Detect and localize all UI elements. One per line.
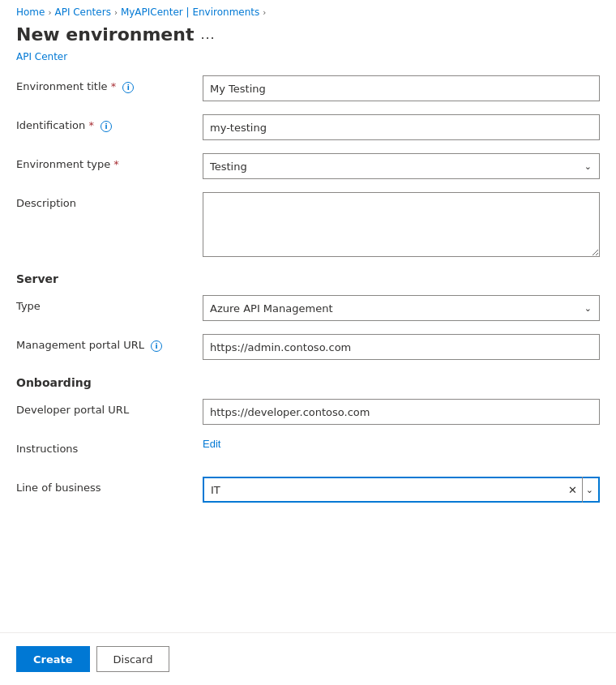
management-portal-url-label: Management portal URL i [16, 334, 203, 352]
line-of-business-wrapper: ✕ ⌄ [203, 477, 600, 503]
line-of-business-control: ✕ ⌄ [203, 477, 600, 503]
environment-type-row: Environment type * Testing Development S… [16, 153, 600, 179]
breadcrumb-chevron-1: › [48, 8, 51, 17]
environment-type-select[interactable]: Testing Development Staging Production [203, 153, 600, 179]
environment-type-select-wrapper: Testing Development Staging Production ⌄ [203, 153, 600, 179]
page-title: New environment [16, 24, 194, 45]
lob-clear-icon[interactable]: ✕ [563, 484, 582, 496]
identification-control [203, 114, 600, 140]
identification-label: Identification * i [16, 114, 203, 132]
identification-row: Identification * i [16, 114, 600, 140]
page-subtitle: API Center [0, 51, 616, 75]
environment-title-control [203, 75, 600, 101]
more-options-button[interactable]: ... [200, 27, 215, 42]
environment-type-control: Testing Development Staging Production ⌄ [203, 153, 600, 179]
lob-icons: ✕ ⌄ [563, 477, 600, 503]
developer-portal-url-input[interactable] [203, 399, 600, 425]
line-of-business-label: Line of business [16, 477, 203, 494]
create-button[interactable]: Create [16, 646, 90, 672]
breadcrumb: Home › API Centers › MyAPICenter | Envir… [0, 0, 616, 21]
breadcrumb-home[interactable]: Home [16, 6, 45, 18]
breadcrumb-chevron-3: › [263, 8, 266, 17]
discard-button[interactable]: Discard [96, 646, 170, 672]
management-portal-url-input[interactable] [203, 334, 600, 360]
server-type-select-wrapper: Azure API Management Other ⌄ [203, 295, 600, 321]
instructions-control: Edit [203, 438, 600, 450]
breadcrumb-chevron-2: › [114, 8, 118, 17]
developer-portal-url-label: Developer portal URL [16, 399, 203, 416]
footer: Create Discard [0, 633, 616, 685]
required-star-type: * [113, 158, 119, 170]
identification-input[interactable] [203, 114, 600, 140]
description-control [203, 192, 600, 259]
instructions-edit-button[interactable]: Edit [203, 438, 220, 450]
environment-title-info-icon[interactable]: i [122, 82, 134, 93]
environment-title-row: Environment title * i [16, 75, 600, 101]
line-of-business-input[interactable] [203, 477, 600, 503]
identification-info-icon[interactable]: i [101, 121, 112, 132]
environment-type-label: Environment type * [16, 153, 203, 170]
developer-portal-url-row: Developer portal URL [16, 399, 600, 425]
description-label: Description [16, 192, 203, 209]
server-type-select[interactable]: Azure API Management Other [203, 295, 600, 321]
page-header: New environment ... [0, 21, 616, 51]
breadcrumb-myapicenter[interactable]: MyAPICenter | Environments [121, 6, 259, 18]
instructions-row: Instructions Edit [16, 438, 600, 464]
management-portal-url-control [203, 334, 600, 360]
required-star-title: * [111, 80, 117, 92]
server-section-header: Server [16, 272, 600, 285]
onboarding-section-header: Onboarding [16, 376, 600, 389]
server-type-row: Type Azure API Management Other ⌄ [16, 295, 600, 321]
management-portal-url-row: Management portal URL i [16, 334, 600, 360]
server-type-control: Azure API Management Other ⌄ [203, 295, 600, 321]
form-container: Environment title * i Identification * i… [0, 75, 616, 566]
developer-portal-url-control [203, 399, 600, 425]
management-portal-url-info-icon[interactable]: i [151, 340, 162, 352]
environment-title-input[interactable] [203, 75, 600, 101]
environment-title-label: Environment title * i [16, 75, 203, 93]
required-star-id: * [88, 119, 94, 131]
server-type-label: Type [16, 295, 203, 312]
instructions-label: Instructions [16, 438, 203, 455]
description-row: Description [16, 192, 600, 259]
lob-chevron-icon[interactable]: ⌄ [582, 477, 600, 503]
line-of-business-row: Line of business ✕ ⌄ [16, 477, 600, 503]
breadcrumb-api-centers[interactable]: API Centers [54, 6, 110, 18]
description-textarea[interactable] [203, 192, 600, 257]
